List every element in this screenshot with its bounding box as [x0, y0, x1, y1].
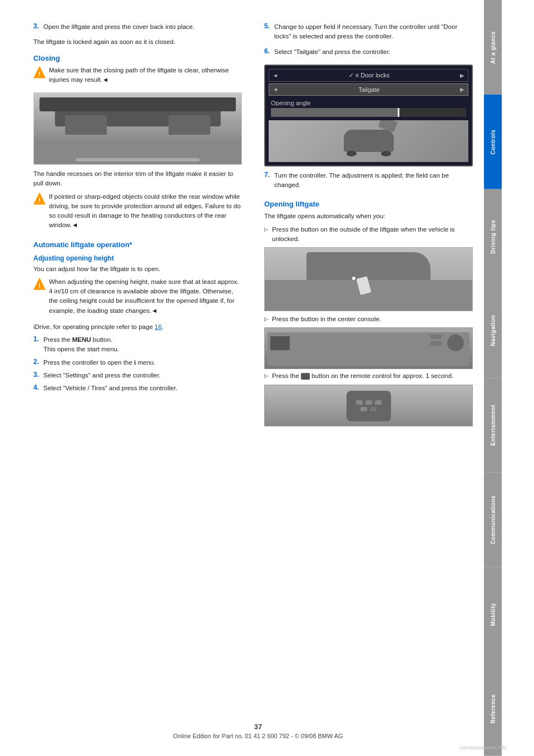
opening-angle-fill	[271, 108, 398, 117]
warning-icon-sharp	[33, 193, 46, 205]
step-3-text: Open the liftgate and press the cover ba…	[43, 22, 195, 32]
step-3b-text: Select "Settings" and press the controll…	[43, 371, 161, 380]
step-1-num: 1.	[33, 335, 41, 358]
arrow-item-3: Press the button on the remote control f…	[264, 371, 473, 381]
liftgate-open-image	[264, 247, 473, 311]
step-3: 3. Open the liftgate and press the cover…	[33, 22, 242, 35]
footer-text: Online Edition for Part no. 01 41 2 600 …	[0, 733, 516, 739]
step-7-num: 7.	[264, 171, 272, 194]
center-console-image	[264, 327, 473, 369]
step-5: 5. Change to upper field if necessary. T…	[264, 22, 473, 45]
step-4-text: Select "Vehicle / Tires" and press the c…	[43, 384, 177, 393]
arrow-list-2: Press the button in the center console.	[264, 315, 473, 324]
sidebar-tab-entertainment[interactable]: Entertainment	[484, 378, 502, 473]
warning-icon-closing	[33, 66, 46, 78]
idrive-page-link[interactable]: 16	[155, 323, 162, 330]
console-button-area	[270, 336, 290, 350]
remote-buttons-row2	[360, 407, 377, 411]
remote-control-image	[264, 385, 473, 426]
step-3b-num: 3.	[33, 371, 41, 384]
adjusting-heading: Adjusting opening height	[33, 254, 242, 262]
page-number: 37	[0, 723, 516, 731]
sidebar-label-driving-tips: Driving tips	[490, 219, 496, 253]
after-step3-text: The liftgate is locked again as soon as …	[33, 37, 242, 47]
opening-angle-bar-container	[271, 108, 466, 117]
adjusting-intro-text: You can adjust how far the liftgate is t…	[33, 264, 242, 274]
sidebar-tab-communications[interactable]: Communications	[484, 473, 502, 567]
car-wheel-right	[381, 151, 391, 156]
two-column-layout: 3. Open the liftgate and press the cover…	[33, 22, 473, 429]
sidebar-tab-driving-tips[interactable]: Driving tips	[484, 189, 502, 284]
right-column: 5. Change to upper field if necessary. T…	[259, 22, 473, 429]
step-2-text: Press the controller to open the i menu.	[43, 358, 155, 367]
step-3b: 3. Select "Settings" and press the contr…	[33, 371, 242, 384]
closing-heading: Closing	[33, 54, 242, 62]
remote-btn-5	[370, 407, 377, 411]
step-1-text: Press the MENU button. This opens the st…	[43, 335, 119, 355]
step-1-sub: This opens the start menu.	[43, 346, 119, 352]
opening-liftgate-heading: Opening liftgate	[264, 200, 473, 208]
adjusting-warning-box: When adjusting the opening height, make …	[33, 277, 242, 319]
liftgate-caption-text: The handle recesses on the interior trim…	[33, 169, 242, 189]
sidebar-label-at-a-glance: At a glance	[490, 31, 496, 63]
step-2: 2. Press the controller to open the i me…	[33, 358, 242, 371]
remote-buttons-row	[356, 400, 382, 405]
screen-door-locks-label: ✓ ≡ Door locks	[349, 72, 390, 79]
sidebar-label-communications: Communications	[490, 495, 496, 544]
step-6-num: 6.	[264, 47, 272, 60]
console-btn-1	[431, 335, 442, 339]
closing-warning-box: Make sure that the closing path of the l…	[33, 66, 242, 89]
arrow-list: Press the button on the outside of the l…	[264, 225, 473, 244]
adjusting-warning-text: When adjusting the opening height, make …	[49, 277, 242, 316]
liftgate-panel	[306, 252, 431, 280]
screen-row-door-locks: ◄ ✓ ≡ Door locks ▶	[269, 69, 468, 82]
sidebar-tab-navigation[interactable]: Navigation	[484, 283, 502, 378]
sidebar: At a glance Controls Driving tips Naviga…	[484, 0, 502, 756]
step-6-text: Select "Tailgate" and press the controll…	[274, 47, 390, 57]
liftgate-interior-image	[33, 92, 242, 165]
steps-list: 1. Press the MENU button. This opens the…	[33, 335, 242, 396]
console-btn-2	[431, 341, 442, 346]
step-1: 1. Press the MENU button. This opens the…	[33, 335, 242, 358]
arrow-item-1: Press the button on the outside of the l…	[264, 225, 473, 244]
sidebar-tab-mobility[interactable]: Mobility	[484, 567, 502, 662]
opening-angle-label: Opening angle	[271, 100, 466, 106]
opening-angle-section: Opening angle	[269, 97, 468, 118]
step-4-num: 4.	[33, 384, 41, 396]
sidebar-label-entertainment: Entertainment	[490, 405, 496, 446]
opening-angle-bar	[271, 108, 466, 117]
remote-icon	[301, 373, 310, 380]
i-icon-text: i	[134, 359, 136, 366]
auto-heading: Automatic liftgate operation*	[33, 240, 242, 249]
idrive-ref-text: iDrive, for operating principle refer to…	[33, 322, 242, 332]
warning-icon-adjusting	[33, 278, 46, 290]
sidebar-tab-at-a-glance[interactable]: At a glance	[484, 0, 502, 95]
step-4: 4. Select "Vehicle / Tires" and press th…	[33, 384, 242, 396]
screen-ui-mockup: ◄ ✓ ≡ Door locks ▶ ◄ Tailgate ▶ Opening …	[264, 65, 473, 166]
closing-warning-text: Make sure that the closing path of the l…	[49, 66, 242, 85]
car-body-shape	[344, 130, 394, 152]
screen-nav-right-2: ▶	[460, 86, 464, 92]
screen-nav-right-1: ▶	[460, 72, 464, 78]
sidebar-label-reference: Reference	[490, 694, 496, 724]
menu-bold: MENU	[72, 336, 91, 343]
opening-angle-marker	[398, 108, 399, 117]
remote-body	[347, 391, 391, 421]
sidebar-label-navigation: Navigation	[490, 315, 496, 346]
screen-nav-left-2: ◄	[273, 86, 278, 92]
remote-btn-3	[375, 400, 382, 405]
car-wheel-left	[347, 151, 357, 156]
car-liftgate-open	[378, 120, 397, 133]
screen-tailgate-label: Tailgate	[358, 86, 379, 93]
step-2-num: 2.	[33, 358, 41, 371]
sidebar-tab-controls[interactable]: Controls	[484, 95, 502, 189]
opening-liftgate-intro: The liftgate opens automatically when yo…	[264, 212, 473, 221]
sidebar-label-mobility: Mobility	[490, 602, 496, 626]
sidebar-tab-reference[interactable]: Reference	[484, 661, 502, 756]
step-7-text: Turn the controller. The adjustment is a…	[274, 171, 473, 190]
sidebar-label-controls: Controls	[490, 129, 496, 154]
screen-car-image	[269, 120, 468, 162]
arrow-item-2: Press the button in the center console.	[264, 315, 473, 324]
screen-nav-left-1: ◄	[273, 72, 278, 78]
step-5-text: Change to upper field if necessary. Turn…	[274, 22, 473, 42]
